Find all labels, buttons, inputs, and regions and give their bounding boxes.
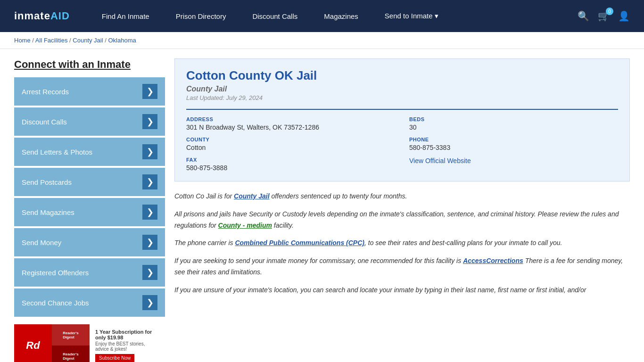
arrow-icon: ❯ [142, 265, 157, 280]
sidebar-item-arrest-records[interactable]: Arrest Records ❯ [14, 77, 165, 106]
facility-type: County Jail [186, 85, 618, 93]
logo-text: inmateAID [14, 10, 70, 22]
beds-label: BEDS [409, 116, 618, 122]
cart-badge: 0 [606, 8, 613, 15]
facility-updated: Last Updated: July 29, 2024 [186, 94, 618, 101]
desc-para1: Cotton Co Jail is for County Jail offend… [174, 191, 630, 202]
sidebar-item-registered-offenders[interactable]: Registered Offenders ❯ [14, 258, 165, 287]
connect-title: Connect with an Inmate [14, 58, 165, 71]
facility-card: Cotton County OK Jail County Jail Last U… [174, 58, 630, 181]
desc-para2: All prisons and jails have Security or C… [174, 209, 630, 231]
nav-prison-directory[interactable]: Prison Directory [163, 0, 239, 32]
ad-subtitle: Enjoy the BEST stories, advice & jokes! [95, 341, 155, 352]
sidebar-menu: Arrest Records ❯ Discount Calls ❯ Send L… [14, 77, 165, 317]
county-value: Cotton [186, 144, 395, 151]
main-content: Cotton County OK Jail County Jail Last U… [174, 58, 630, 362]
facility-details: ADDRESS 301 N Broadway St, Walters, OK 7… [186, 109, 618, 172]
phone-value: 580-875-3383 [409, 144, 618, 151]
fax-label: FAX [186, 157, 395, 163]
address-value: 301 N Broadway St, Walters, OK 73572-128… [186, 123, 395, 131]
ad-content: 1 Year Subscription for only $19.98 Enjo… [90, 324, 160, 362]
cpc-link[interactable]: Combined Public Communications (CPC) [235, 239, 364, 247]
arrow-icon: ❯ [142, 114, 157, 129]
main-nav: Find An Inmate Prison Directory Discount… [89, 0, 578, 32]
breadcrumb: Home / All Facilities / County Jail / Ok… [0, 32, 644, 49]
arrow-icon: ❯ [142, 205, 157, 220]
desc-para5: If you are unsure of your inmate's locat… [174, 285, 630, 296]
phone-block: PHONE 580-875-3383 [409, 137, 618, 151]
nav-find-inmate[interactable]: Find An Inmate [89, 0, 163, 32]
sidebar: Connect with an Inmate Arrest Records ❯ … [14, 58, 165, 362]
arrow-icon: ❯ [142, 235, 157, 250]
arrow-icon: ❯ [142, 295, 157, 310]
county-medium-link[interactable]: County - medium [218, 222, 272, 229]
facility-name: Cotton County OK Jail [186, 68, 618, 83]
breadcrumb-home[interactable]: Home [14, 37, 31, 44]
desc-para3: The phone carrier is Combined Public Com… [174, 238, 630, 249]
main-container: Connect with an Inmate Arrest Records ❯ … [0, 49, 644, 362]
nav-discount-calls[interactable]: Discount Calls [239, 0, 311, 32]
view-official-website-link[interactable]: View Official Website [409, 157, 471, 165]
logo[interactable]: inmateAID [14, 10, 70, 22]
ad-logo: Rd [14, 324, 52, 362]
sidebar-item-send-postcards[interactable]: Send Postcards ❯ [14, 168, 165, 196]
beds-block: BEDS 30 [409, 116, 618, 131]
facility-description: Cotton Co Jail is for County Jail offend… [174, 191, 630, 296]
ad-banner: Rd Reader'sDigest Reader'sDigest 1 Year … [14, 324, 160, 362]
arrow-icon: ❯ [142, 174, 157, 189]
breadcrumb-all-facilities[interactable]: All Facilities [35, 37, 68, 44]
fax-value: 580-875-3888 [186, 164, 395, 172]
arrow-icon: ❯ [142, 84, 157, 99]
ad-logo-text: Rd [26, 339, 40, 352]
desc-para4: If you are seeking to send your inmate m… [174, 255, 630, 278]
sidebar-item-discount-calls[interactable]: Discount Calls ❯ [14, 107, 165, 136]
beds-value: 30 [409, 123, 618, 131]
ad-title: 1 Year Subscription for only $19.98 [95, 329, 155, 340]
fax-block: FAX 580-875-3888 [186, 157, 395, 172]
sidebar-item-send-magazines[interactable]: Send Magazines ❯ [14, 198, 165, 226]
county-label: COUNTY [186, 137, 395, 142]
sidebar-item-send-money[interactable]: Send Money ❯ [14, 228, 165, 256]
address-block: ADDRESS 301 N Broadway St, Walters, OK 7… [186, 116, 395, 131]
user-icon[interactable]: 👤 [618, 10, 630, 22]
website-block: View Official Website [409, 157, 618, 172]
nav-magazines[interactable]: Magazines [311, 0, 372, 32]
search-icon[interactable]: 🔍 [578, 10, 589, 22]
access-corrections-link[interactable]: AccessCorrections [463, 257, 523, 264]
phone-label: PHONE [409, 137, 618, 142]
ad-subscribe-button[interactable]: Subscribe Now [95, 354, 134, 362]
header-icons: 🔍 🛒 0 👤 [578, 10, 630, 22]
breadcrumb-oklahoma[interactable]: Oklahoma [108, 37, 136, 44]
sidebar-item-send-letters[interactable]: Send Letters & Photos ❯ [14, 138, 165, 166]
county-block: COUNTY Cotton [186, 137, 395, 151]
address-label: ADDRESS [186, 116, 395, 122]
arrow-icon: ❯ [142, 144, 157, 159]
county-jail-link[interactable]: County Jail [234, 192, 269, 200]
cart-icon[interactable]: 🛒 0 [598, 10, 610, 22]
breadcrumb-county-jail[interactable]: County Jail [73, 37, 103, 44]
nav-send-to-inmate[interactable]: Send to Inmate ▾ [372, 0, 452, 32]
sidebar-item-second-chance-jobs[interactable]: Second Chance Jobs ❯ [14, 288, 165, 317]
header: inmateAID Find An Inmate Prison Director… [0, 0, 644, 32]
